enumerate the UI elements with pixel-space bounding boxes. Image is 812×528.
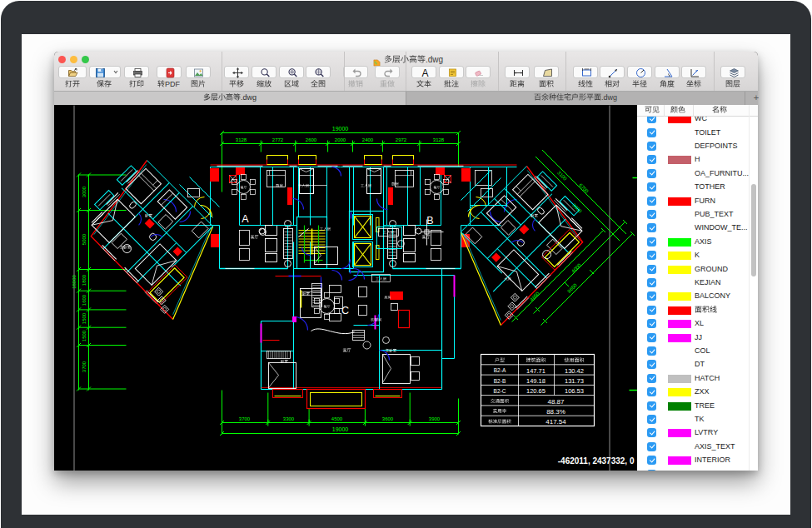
svg-text:B2-B: B2-B xyxy=(494,378,506,384)
svg-text:3700: 3700 xyxy=(239,416,251,421)
svg-text:3300: 3300 xyxy=(283,416,295,421)
svg-text:2972: 2972 xyxy=(396,137,407,142)
svg-text:120.65: 120.65 xyxy=(526,387,545,395)
svg-text:.dwg: .dwg xyxy=(426,55,443,64)
svg-text:.dwg: .dwg xyxy=(601,93,617,102)
svg-text:A: A xyxy=(242,213,249,225)
svg-text:-462011, 2437332, 0: -462011, 2437332, 0 xyxy=(558,456,635,466)
svg-text:2772: 2772 xyxy=(272,137,284,142)
svg-text:B2-C: B2-C xyxy=(494,388,506,394)
svg-text:417.54: 417.54 xyxy=(545,418,566,426)
svg-text:6700: 6700 xyxy=(578,182,590,194)
svg-text:4500: 4500 xyxy=(331,416,343,421)
svg-text:1600: 1600 xyxy=(82,294,87,306)
svg-text:88.3%: 88.3% xyxy=(546,408,565,416)
svg-text:3000: 3000 xyxy=(82,186,87,197)
svg-text:8650: 8650 xyxy=(566,282,578,294)
svg-text:3128: 3128 xyxy=(433,137,445,142)
svg-text:149.18: 149.18 xyxy=(526,377,545,385)
svg-text:3128: 3128 xyxy=(236,137,247,142)
svg-text:B: B xyxy=(426,215,433,227)
svg-text:C: C xyxy=(341,305,349,316)
svg-text:3100: 3100 xyxy=(556,170,568,182)
svg-text:48.87: 48.87 xyxy=(547,398,565,406)
svg-text:.dwg: .dwg xyxy=(241,93,257,102)
svg-text:147.71: 147.71 xyxy=(526,367,545,375)
svg-text:5000: 5000 xyxy=(82,233,87,245)
svg-text:2600: 2600 xyxy=(306,137,317,142)
svg-text:3900: 3900 xyxy=(429,416,441,421)
svg-text:2400: 2400 xyxy=(362,137,374,142)
svg-text:130.42: 130.42 xyxy=(565,367,584,375)
svg-text:2000: 2000 xyxy=(335,137,346,142)
svg-text:106.53: 106.53 xyxy=(565,387,584,395)
svg-text:1500: 1500 xyxy=(82,330,87,341)
svg-text:131.73: 131.73 xyxy=(565,377,584,385)
svg-text:3700: 3700 xyxy=(82,361,87,372)
svg-text:1500: 1500 xyxy=(82,312,87,324)
svg-text:A: A xyxy=(421,67,428,78)
svg-text:19000: 19000 xyxy=(332,426,349,432)
svg-text:4000: 4000 xyxy=(570,262,582,274)
svg-text:18000: 18000 xyxy=(72,274,77,288)
svg-text:3600: 3600 xyxy=(382,416,394,421)
svg-text:1800: 1800 xyxy=(82,274,87,286)
svg-text:4850: 4850 xyxy=(529,291,541,302)
svg-text:PDF: PDF xyxy=(165,80,181,88)
svg-text:19000: 19000 xyxy=(332,126,349,132)
svg-text:B2-A: B2-A xyxy=(494,367,506,373)
